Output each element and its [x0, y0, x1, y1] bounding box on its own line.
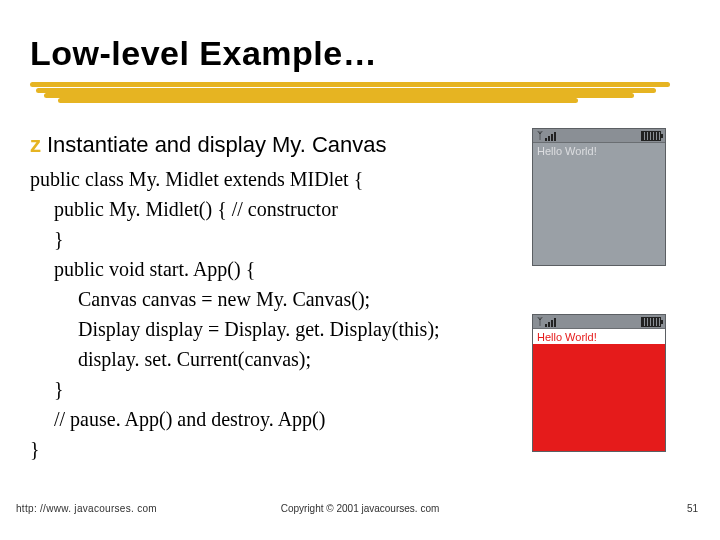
code-line: // pause. App() and destroy. App() — [30, 404, 520, 434]
slide-title: Low-level Example… — [30, 34, 377, 73]
code-line: display. set. Current(canvas); — [30, 344, 520, 374]
code-line: public void start. App() { — [30, 254, 520, 284]
bullet-line: z Instantiate and display My. Canvas — [30, 132, 520, 158]
code-line: public class My. Midlet extends MIDlet { — [30, 164, 520, 194]
phone-hello-text: Hello World! — [533, 329, 665, 344]
battery-icon — [641, 131, 661, 141]
phone-hello-text: Hello World! — [533, 143, 665, 158]
content-area: z Instantiate and display My. Canvas pub… — [30, 132, 520, 464]
title-wrap: Low-level Example… — [30, 34, 377, 73]
code-block: public class My. Midlet extends MIDlet {… — [30, 164, 520, 464]
code-line: } — [30, 374, 520, 404]
footer-copyright: Copyright © 2001 javacourses. com — [0, 503, 720, 514]
bullet-text: Instantiate and display My. Canvas — [47, 132, 387, 158]
phone-statusbar: ᛉ — [533, 129, 665, 143]
code-line: Display display = Display. get. Display(… — [30, 314, 520, 344]
antenna-icon: ᛉ — [537, 316, 543, 327]
code-line: public My. Midlet() { // constructor — [30, 194, 520, 224]
phone-canvas-area — [533, 344, 665, 451]
slide: Low-level Example… z Instantiate and dis… — [0, 0, 720, 540]
code-line: } — [30, 434, 520, 464]
bullet-marker: z — [30, 132, 41, 158]
phone-preview-red: ᛉ Hello World! — [532, 314, 666, 452]
signal-icon — [545, 318, 556, 327]
footer-page-number: 51 — [687, 503, 698, 514]
code-line: Canvas canvas = new My. Canvas(); — [30, 284, 520, 314]
phone-preview-grey: ᛉ Hello World! — [532, 128, 666, 266]
phone-canvas-area — [533, 158, 665, 265]
battery-icon — [641, 317, 661, 327]
title-underline — [30, 82, 670, 104]
antenna-icon: ᛉ — [537, 130, 543, 141]
signal-icon — [545, 132, 556, 141]
code-line: } — [30, 224, 520, 254]
phone-statusbar: ᛉ — [533, 315, 665, 329]
